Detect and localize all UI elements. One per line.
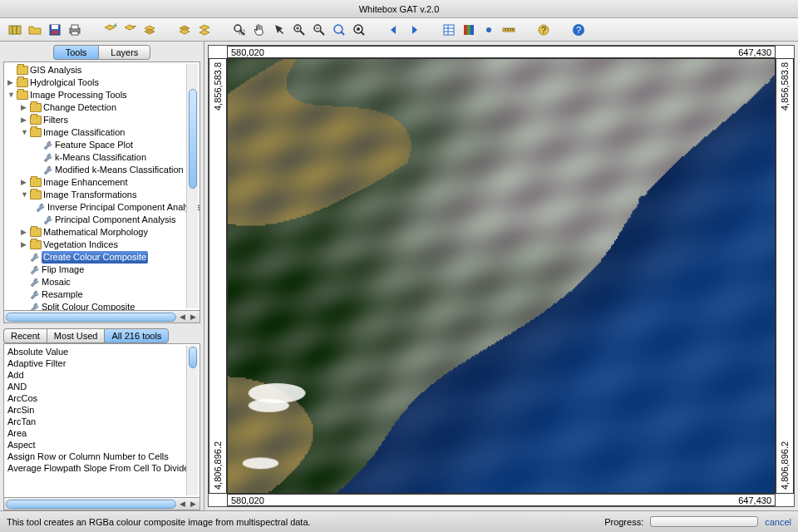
svg-text:+: + [113, 23, 116, 30]
nav-fwd-button[interactable] [406, 22, 422, 38]
tree-item[interactable]: ▶Change Detection [4, 101, 200, 114]
map-button[interactable] [7, 22, 23, 38]
tool-icon [30, 253, 40, 263]
zoom-full-button[interactable] [331, 22, 347, 38]
tree-item-label: Principal Component Analysis [55, 214, 176, 226]
tab-tools[interactable]: Tools [53, 45, 99, 60]
subtab-recent[interactable]: Recent [3, 328, 47, 343]
tree-item[interactable]: ▶Hydrolgical Tools [4, 76, 200, 89]
list-item[interactable]: Add [7, 369, 196, 381]
list-item[interactable]: Adaptive Filter [7, 357, 196, 369]
folder-icon [30, 190, 42, 200]
disclosure-closed-icon[interactable]: ▶ [21, 101, 28, 114]
tree-item[interactable]: Inverse Principal Component Analysis [4, 201, 200, 214]
list-item[interactable]: ArcTan [7, 416, 196, 427]
tool-list[interactable]: Absolute ValueAdaptive FilterAddANDArcCo… [3, 343, 200, 498]
attr-table-button[interactable] [441, 22, 457, 38]
coord-x-left-b: 580,020 [231, 495, 264, 505]
list-hscroll[interactable]: ◀▶ [3, 498, 200, 510]
zoom-box-button[interactable] [231, 22, 248, 38]
layers-button[interactable] [196, 22, 213, 38]
tree-item[interactable]: ▼Image Classification [4, 126, 200, 139]
disclosure-closed-icon[interactable]: ▶ [21, 114, 28, 126]
folder-icon [17, 78, 28, 87]
map-canvas[interactable] [227, 58, 776, 494]
tree-item[interactable]: Flip Image [4, 264, 200, 276]
subtab-all[interactable]: All 216 tools [104, 328, 169, 343]
list-item[interactable]: Area [7, 427, 196, 439]
pan-button[interactable] [251, 22, 268, 38]
list-scrollbar[interactable] [186, 346, 198, 495]
print-button[interactable] [66, 22, 83, 38]
disclosure-closed-icon[interactable]: ▶ [7, 76, 15, 89]
add-layer-button[interactable]: + [101, 22, 118, 38]
list-item[interactable]: ArcSin [7, 404, 196, 416]
tree-item[interactable]: ▼Image Transformations [4, 189, 200, 201]
tree-item[interactable]: Resample [4, 288, 200, 301]
list-item[interactable]: Aspect [7, 439, 196, 451]
zoom-prev-button[interactable] [351, 22, 367, 38]
tree-hscroll[interactable]: ◀▶ [3, 311, 200, 323]
tree-scrollbar[interactable] [186, 64, 198, 308]
tree-item-label: Hydrolgical Tools [30, 76, 99, 89]
help-sub-button[interactable]: ? [535, 22, 552, 38]
tree-item[interactable]: Split Colour Composite [4, 301, 200, 311]
svg-rect-28 [467, 25, 470, 35]
tree-item[interactable]: k-Means Classification [4, 151, 200, 164]
tree-item[interactable]: Modified k-Means Classification [4, 164, 200, 176]
palette-button[interactable] [461, 22, 477, 38]
open-button[interactable] [27, 22, 43, 38]
disclosure-open-icon[interactable]: ▼ [21, 189, 28, 201]
disclosure-closed-icon[interactable]: ▶ [21, 239, 28, 251]
pointer-button[interactable] [271, 22, 288, 38]
layer-down-button[interactable] [176, 22, 193, 38]
tab-layers[interactable]: Layers [98, 45, 150, 60]
tree-item[interactable]: ▶Mathematical Morphology [4, 226, 200, 239]
disclosure-closed-icon[interactable]: ▶ [21, 176, 28, 189]
tree-item-label: Vegetation Indices [43, 239, 118, 251]
list-item[interactable]: Absolute Value [7, 346, 196, 357]
cancel-link[interactable]: cancel [765, 517, 791, 527]
tree-item-label: Image Processing Tools [30, 89, 127, 101]
tree-item[interactable]: Mosaic [4, 276, 200, 288]
list-item[interactable]: ArcCos [7, 392, 196, 404]
tree-item[interactable]: ▶Vegetation Indices [4, 239, 200, 251]
coord-x-right: 647,430 [738, 47, 771, 57]
tool-tree[interactable]: GIS Analysis▶Hydrolgical Tools▼Image Pro… [3, 62, 200, 311]
zoom-out-button[interactable] [311, 22, 328, 38]
coord-ruler-right: 4,806,896.2 4,856,583.8 [776, 58, 794, 494]
tree-item-label: Image Enhancement [43, 176, 128, 189]
zoom-in-button[interactable] [291, 22, 308, 38]
tree-item[interactable]: GIS Analysis [4, 64, 200, 76]
map-frame: 580,020 647,430 4,806,896.2 4,856,583.8 … [208, 45, 795, 507]
list-item[interactable]: AND [7, 381, 196, 392]
disclosure-open-icon[interactable]: ▼ [21, 126, 28, 139]
list-item[interactable]: Assign Row or Column Number to Cells [7, 451, 196, 462]
tree-item[interactable]: Principal Component Analysis [4, 214, 200, 226]
disclosure-open-icon[interactable]: ▼ [7, 89, 15, 101]
tree-item[interactable]: Feature Space Plot [4, 139, 200, 151]
tree-item[interactable]: ▶Image Enhancement [4, 176, 200, 189]
tool-icon [30, 303, 40, 312]
tree-item[interactable]: Create Colour Composite [4, 251, 200, 264]
svg-text:?: ? [541, 25, 546, 35]
coord-y-top-r: 4,856,583.8 [780, 62, 790, 111]
tool-icon [36, 203, 46, 213]
tree-item-label: Inverse Principal Component Analysis [47, 201, 200, 214]
nav-back-button[interactable] [386, 22, 402, 38]
svg-text:?: ? [576, 25, 581, 35]
svg-point-22 [357, 27, 360, 31]
point-button[interactable] [480, 22, 497, 38]
save-button[interactable] [47, 22, 63, 38]
remove-layer-button[interactable]: − [121, 22, 138, 38]
help-button[interactable]: ? [570, 22, 587, 38]
list-item[interactable]: Average Flowpath Slope From Cell To Divi… [7, 462, 196, 474]
disclosure-closed-icon[interactable]: ▶ [21, 226, 28, 239]
measure-button[interactable] [500, 22, 517, 38]
tree-item[interactable]: ▼Image Processing Tools [4, 89, 200, 101]
tree-item[interactable]: ▶Filters [4, 114, 200, 126]
layer-up-button[interactable] [141, 22, 158, 38]
subtab-most-used[interactable]: Most Used [47, 328, 105, 343]
coord-y-bot-l: 4,806,896.2 [213, 441, 223, 490]
tool-icon [30, 290, 40, 300]
